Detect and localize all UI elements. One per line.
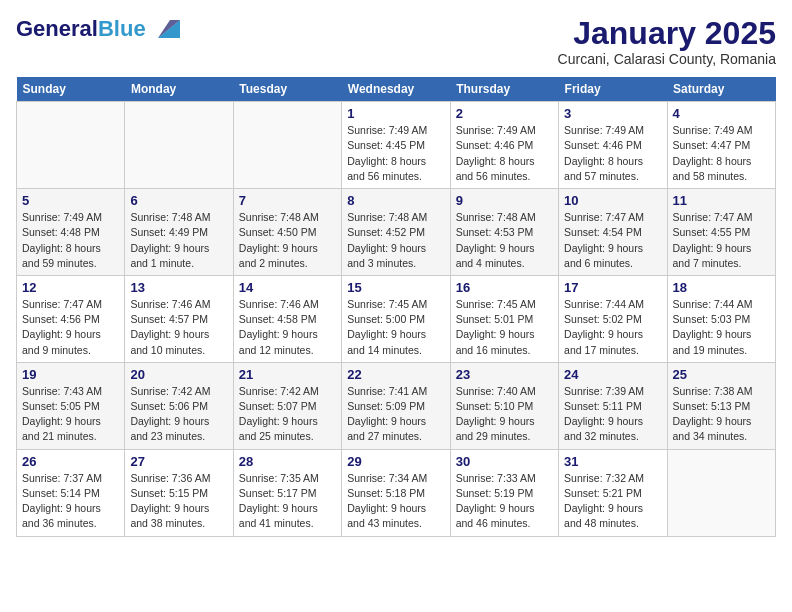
day-info: Sunrise: 7:44 AM Sunset: 5:02 PM Dayligh… [564,297,661,358]
table-row [17,102,125,189]
col-sunday: Sunday [17,77,125,102]
page-header: GeneralBlue January 2025 Curcani, Calara… [16,16,776,67]
col-friday: Friday [559,77,667,102]
day-number: 7 [239,193,336,208]
table-row: 7Sunrise: 7:48 AM Sunset: 4:50 PM Daylig… [233,189,341,276]
table-row: 21Sunrise: 7:42 AM Sunset: 5:07 PM Dayli… [233,362,341,449]
table-row: 13Sunrise: 7:46 AM Sunset: 4:57 PM Dayli… [125,275,233,362]
table-row: 2Sunrise: 7:49 AM Sunset: 4:46 PM Daylig… [450,102,558,189]
logo-icon [148,18,180,40]
table-row: 16Sunrise: 7:45 AM Sunset: 5:01 PM Dayli… [450,275,558,362]
day-number: 22 [347,367,444,382]
day-info: Sunrise: 7:47 AM Sunset: 4:56 PM Dayligh… [22,297,119,358]
calendar-week-row: 5Sunrise: 7:49 AM Sunset: 4:48 PM Daylig… [17,189,776,276]
day-info: Sunrise: 7:40 AM Sunset: 5:10 PM Dayligh… [456,384,553,445]
day-info: Sunrise: 7:42 AM Sunset: 5:07 PM Dayligh… [239,384,336,445]
table-row: 9Sunrise: 7:48 AM Sunset: 4:53 PM Daylig… [450,189,558,276]
day-info: Sunrise: 7:48 AM Sunset: 4:52 PM Dayligh… [347,210,444,271]
table-row: 12Sunrise: 7:47 AM Sunset: 4:56 PM Dayli… [17,275,125,362]
table-row: 28Sunrise: 7:35 AM Sunset: 5:17 PM Dayli… [233,449,341,536]
day-number: 26 [22,454,119,469]
table-row: 27Sunrise: 7:36 AM Sunset: 5:15 PM Dayli… [125,449,233,536]
day-info: Sunrise: 7:47 AM Sunset: 4:54 PM Dayligh… [564,210,661,271]
day-info: Sunrise: 7:33 AM Sunset: 5:19 PM Dayligh… [456,471,553,532]
col-monday: Monday [125,77,233,102]
table-row: 19Sunrise: 7:43 AM Sunset: 5:05 PM Dayli… [17,362,125,449]
day-number: 14 [239,280,336,295]
day-info: Sunrise: 7:39 AM Sunset: 5:11 PM Dayligh… [564,384,661,445]
day-info: Sunrise: 7:37 AM Sunset: 5:14 PM Dayligh… [22,471,119,532]
day-number: 1 [347,106,444,121]
day-info: Sunrise: 7:46 AM Sunset: 4:57 PM Dayligh… [130,297,227,358]
day-info: Sunrise: 7:49 AM Sunset: 4:46 PM Dayligh… [456,123,553,184]
calendar-week-row: 26Sunrise: 7:37 AM Sunset: 5:14 PM Dayli… [17,449,776,536]
table-row: 30Sunrise: 7:33 AM Sunset: 5:19 PM Dayli… [450,449,558,536]
logo-general: General [16,16,98,41]
table-row: 14Sunrise: 7:46 AM Sunset: 4:58 PM Dayli… [233,275,341,362]
day-info: Sunrise: 7:49 AM Sunset: 4:45 PM Dayligh… [347,123,444,184]
day-number: 23 [456,367,553,382]
col-thursday: Thursday [450,77,558,102]
col-saturday: Saturday [667,77,775,102]
calendar-header-row: Sunday Monday Tuesday Wednesday Thursday… [17,77,776,102]
day-info: Sunrise: 7:49 AM Sunset: 4:47 PM Dayligh… [673,123,770,184]
col-wednesday: Wednesday [342,77,450,102]
day-number: 28 [239,454,336,469]
day-info: Sunrise: 7:41 AM Sunset: 5:09 PM Dayligh… [347,384,444,445]
logo: GeneralBlue [16,16,180,42]
day-number: 12 [22,280,119,295]
calendar-week-row: 19Sunrise: 7:43 AM Sunset: 5:05 PM Dayli… [17,362,776,449]
day-info: Sunrise: 7:46 AM Sunset: 4:58 PM Dayligh… [239,297,336,358]
day-number: 3 [564,106,661,121]
day-number: 6 [130,193,227,208]
calendar-week-row: 1Sunrise: 7:49 AM Sunset: 4:45 PM Daylig… [17,102,776,189]
table-row: 29Sunrise: 7:34 AM Sunset: 5:18 PM Dayli… [342,449,450,536]
table-row: 5Sunrise: 7:49 AM Sunset: 4:48 PM Daylig… [17,189,125,276]
day-number: 27 [130,454,227,469]
table-row: 15Sunrise: 7:45 AM Sunset: 5:00 PM Dayli… [342,275,450,362]
day-info: Sunrise: 7:48 AM Sunset: 4:49 PM Dayligh… [130,210,227,271]
calendar-week-row: 12Sunrise: 7:47 AM Sunset: 4:56 PM Dayli… [17,275,776,362]
day-info: Sunrise: 7:49 AM Sunset: 4:46 PM Dayligh… [564,123,661,184]
table-row: 1Sunrise: 7:49 AM Sunset: 4:45 PM Daylig… [342,102,450,189]
table-row: 20Sunrise: 7:42 AM Sunset: 5:06 PM Dayli… [125,362,233,449]
day-info: Sunrise: 7:34 AM Sunset: 5:18 PM Dayligh… [347,471,444,532]
table-row [233,102,341,189]
table-row: 31Sunrise: 7:32 AM Sunset: 5:21 PM Dayli… [559,449,667,536]
day-info: Sunrise: 7:45 AM Sunset: 5:00 PM Dayligh… [347,297,444,358]
day-number: 30 [456,454,553,469]
day-number: 16 [456,280,553,295]
day-info: Sunrise: 7:48 AM Sunset: 4:53 PM Dayligh… [456,210,553,271]
day-number: 15 [347,280,444,295]
table-row: 8Sunrise: 7:48 AM Sunset: 4:52 PM Daylig… [342,189,450,276]
day-number: 20 [130,367,227,382]
day-info: Sunrise: 7:48 AM Sunset: 4:50 PM Dayligh… [239,210,336,271]
table-row: 24Sunrise: 7:39 AM Sunset: 5:11 PM Dayli… [559,362,667,449]
day-number: 19 [22,367,119,382]
day-number: 5 [22,193,119,208]
table-row: 25Sunrise: 7:38 AM Sunset: 5:13 PM Dayli… [667,362,775,449]
table-row: 10Sunrise: 7:47 AM Sunset: 4:54 PM Dayli… [559,189,667,276]
day-number: 25 [673,367,770,382]
day-number: 2 [456,106,553,121]
logo-text: GeneralBlue [16,16,146,42]
day-info: Sunrise: 7:38 AM Sunset: 5:13 PM Dayligh… [673,384,770,445]
table-row: 6Sunrise: 7:48 AM Sunset: 4:49 PM Daylig… [125,189,233,276]
logo-blue: Blue [98,16,146,41]
day-info: Sunrise: 7:49 AM Sunset: 4:48 PM Dayligh… [22,210,119,271]
calendar-table: Sunday Monday Tuesday Wednesday Thursday… [16,77,776,536]
day-number: 13 [130,280,227,295]
day-info: Sunrise: 7:43 AM Sunset: 5:05 PM Dayligh… [22,384,119,445]
day-number: 18 [673,280,770,295]
page-subtitle: Curcani, Calarasi County, Romania [558,51,776,67]
day-info: Sunrise: 7:36 AM Sunset: 5:15 PM Dayligh… [130,471,227,532]
day-info: Sunrise: 7:44 AM Sunset: 5:03 PM Dayligh… [673,297,770,358]
day-info: Sunrise: 7:45 AM Sunset: 5:01 PM Dayligh… [456,297,553,358]
day-info: Sunrise: 7:32 AM Sunset: 5:21 PM Dayligh… [564,471,661,532]
table-row [125,102,233,189]
table-row: 22Sunrise: 7:41 AM Sunset: 5:09 PM Dayli… [342,362,450,449]
table-row [667,449,775,536]
day-number: 17 [564,280,661,295]
table-row: 26Sunrise: 7:37 AM Sunset: 5:14 PM Dayli… [17,449,125,536]
title-section: January 2025 Curcani, Calarasi County, R… [558,16,776,67]
